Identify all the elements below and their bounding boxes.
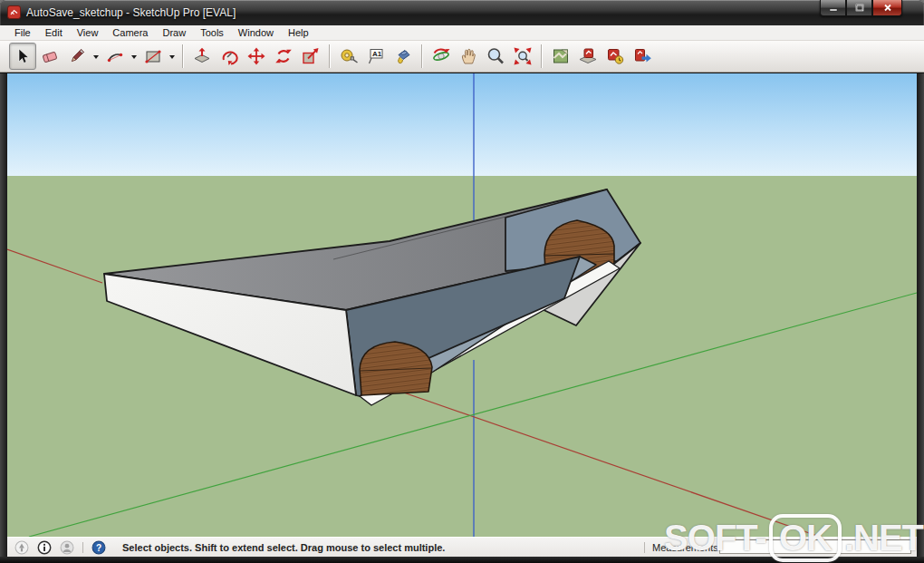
window-title: AutoSave_sketchup - SketchUp Pro [EVAL] — [26, 6, 236, 19]
text-icon: A1 — [366, 46, 386, 66]
menu-edit[interactable]: Edit — [38, 27, 70, 38]
select-tool-button[interactable] — [9, 43, 36, 70]
minimize-button[interactable] — [820, 0, 846, 16]
minimize-icon — [829, 4, 838, 12]
menu-draw[interactable]: Draw — [155, 27, 193, 38]
close-button[interactable] — [872, 0, 902, 16]
sketchup-window: AutoSave_sketchup - SketchUp Pro [EVAL] … — [0, 0, 924, 563]
measurements-separator — [644, 542, 645, 553]
window-frame-right — [917, 73, 924, 557]
help-icon[interactable]: ? — [91, 540, 106, 555]
share-model-icon — [632, 46, 652, 66]
text-tool-glyph: A1 — [372, 50, 382, 58]
zoom-tool-button[interactable] — [482, 43, 509, 70]
move-icon — [246, 46, 266, 66]
tape-measure-tool-button[interactable] — [335, 43, 362, 70]
arc-tool-dropdown[interactable] — [129, 43, 140, 70]
get-current-view-button[interactable] — [547, 43, 574, 70]
menu-file[interactable]: File — [7, 27, 38, 38]
toolbar-separator — [329, 44, 331, 68]
rotate-tool-button[interactable] — [270, 43, 297, 70]
push-pull-icon — [192, 46, 212, 66]
maximize-button[interactable] — [846, 0, 872, 16]
menu-bar: File Edit View Camera Draw Tools Window … — [0, 25, 924, 41]
push-pull-tool-button[interactable] — [188, 43, 216, 70]
tape-measure-icon — [339, 46, 359, 66]
toolbar-separator — [182, 44, 184, 68]
menu-help[interactable]: Help — [281, 27, 316, 38]
sky — [7, 73, 917, 176]
window-frame-left — [0, 73, 7, 557]
status-bar: ? Select objects. Shift to extend select… — [7, 537, 917, 557]
zoom-magnifier-icon — [486, 46, 505, 66]
menu-view[interactable]: View — [70, 27, 106, 38]
close-icon — [883, 4, 892, 12]
toggle-terrain-button[interactable] — [574, 43, 602, 70]
help-glyph: ? — [96, 542, 101, 552]
zoom-extents-icon — [513, 46, 533, 66]
toolbar: A1 — [0, 41, 924, 73]
arc-icon — [105, 46, 125, 66]
credit-attribution-icon[interactable] — [60, 540, 74, 555]
measurements-label: Measurements — [652, 542, 718, 553]
follow-me-tool-button[interactable] — [216, 43, 243, 70]
status-message: Select objects. Shift to extend select. … — [122, 542, 445, 553]
toolbar-separator — [421, 44, 423, 68]
line-tool-button[interactable] — [63, 43, 91, 70]
status-icons: ? — [7, 540, 106, 555]
zoom-extents-tool-button[interactable] — [509, 43, 536, 70]
viewport-3d[interactable] — [7, 73, 917, 537]
sketchup-logo-icon — [7, 5, 21, 19]
maximize-icon — [855, 4, 864, 12]
pan-hand-icon — [458, 46, 478, 66]
window-controls — [820, 0, 902, 16]
status-icon-separator — [82, 542, 83, 553]
menu-camera[interactable]: Camera — [105, 27, 155, 38]
measurements-input[interactable] — [719, 539, 911, 554]
menu-tools[interactable]: Tools — [193, 27, 231, 38]
photo-textures-button[interactable] — [602, 43, 629, 70]
window-frame-bottom — [0, 557, 924, 563]
rectangle-icon — [143, 46, 163, 66]
rectangle-tool-button[interactable] — [140, 43, 167, 70]
orbit-tool-button[interactable] — [428, 43, 455, 70]
scale-tool-button[interactable] — [297, 43, 324, 70]
photo-textures-icon — [605, 46, 625, 66]
text-tool-button[interactable]: A1 — [362, 43, 390, 70]
scale-icon — [301, 46, 321, 66]
share-model-button[interactable] — [629, 43, 656, 70]
rectangle-tool-dropdown[interactable] — [167, 43, 178, 70]
select-cursor-icon — [13, 46, 33, 66]
geolocation-icon[interactable] — [14, 540, 29, 555]
move-tool-button[interactable] — [243, 43, 270, 70]
paint-bucket-tool-button[interactable] — [390, 43, 417, 70]
line-tool-dropdown[interactable] — [91, 43, 101, 70]
toggle-terrain-icon — [578, 46, 598, 66]
eraser-icon — [40, 46, 60, 66]
pencil-icon — [67, 46, 87, 66]
paint-bucket-icon — [393, 46, 413, 66]
orbit-icon — [431, 46, 451, 66]
eraser-tool-button[interactable] — [36, 43, 63, 70]
arc-tool-button[interactable] — [101, 43, 129, 70]
get-current-view-icon — [551, 46, 571, 66]
toolbar-separator — [541, 44, 543, 68]
model-info-icon[interactable] — [37, 540, 52, 555]
follow-me-icon — [219, 46, 239, 66]
rotate-icon — [274, 46, 294, 66]
menu-window[interactable]: Window — [231, 27, 281, 38]
title-bar[interactable]: AutoSave_sketchup - SketchUp Pro [EVAL] — [0, 0, 924, 25]
pan-tool-button[interactable] — [455, 43, 482, 70]
